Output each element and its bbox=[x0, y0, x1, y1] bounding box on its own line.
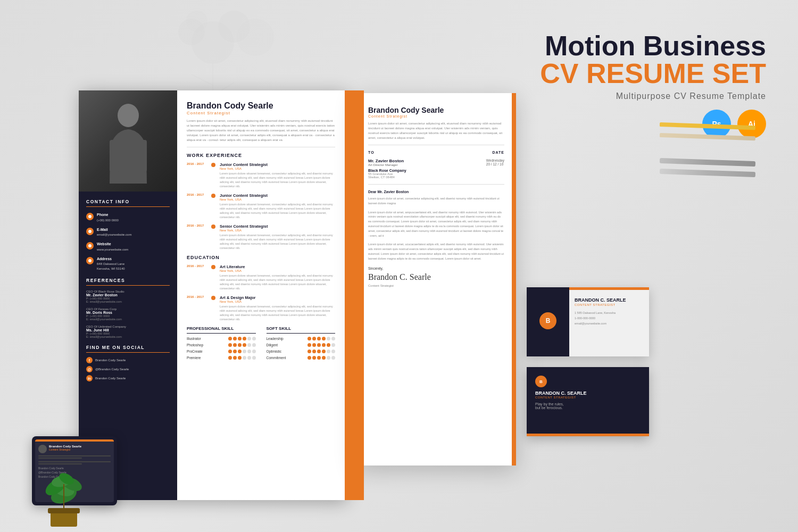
edu-dot-2 bbox=[211, 296, 215, 300]
professional-skills-col: PROFESSIONAL SKILL Illustrator bbox=[187, 326, 256, 362]
skill-procreate: ProCreate bbox=[187, 350, 256, 353]
cover-date-value: Wednesday20 / 12 / 10 bbox=[486, 159, 504, 179]
svg-point-8 bbox=[118, 104, 139, 127]
reference-2: CEO Of Fences Corp Mr. Doris Ross P: (+0… bbox=[86, 307, 170, 321]
resume-main-content: Brandon Cody Searle Content Strategist L… bbox=[177, 90, 345, 500]
facebook-icon: f bbox=[86, 357, 93, 363]
social-twitter: @ @Brandon Cody Searle bbox=[86, 366, 170, 372]
branding-title: Motion Business bbox=[540, 32, 766, 60]
skill-dots-leadership bbox=[307, 337, 335, 340]
biz-name-1-wrap: BRANDON C. SEARLE CONTENT STRATEGIST bbox=[575, 298, 644, 306]
cover-name: Brandon Cody Searle bbox=[368, 106, 504, 114]
skills-section: PROFESSIONAL SKILL Illustrator bbox=[187, 326, 335, 362]
exp-dot-2 bbox=[211, 194, 215, 198]
reference-3: CEO Of Unlimited Company Ms. June Hill P… bbox=[86, 325, 170, 338]
pencil-beige bbox=[660, 133, 755, 140]
cover-body-3: Lorem ipsum dolor sit amet, ucucacaerlat… bbox=[368, 242, 504, 261]
cover-intro: Lorem ipsum dolor sit amet, consectetur … bbox=[368, 121, 504, 145]
pro-skill-title: PROFESSIONAL SKILL bbox=[187, 326, 256, 334]
cover-to-section: TO bbox=[368, 151, 375, 154]
pen-silver-1 bbox=[660, 158, 755, 167]
branding-description: Multipurpose CV Resume Template bbox=[540, 92, 766, 101]
cover-sig-title: Content Strategist bbox=[368, 284, 504, 287]
biz-name-2: BRANDON C. SEARLE bbox=[535, 390, 641, 396]
contact-phone-text: Phone (+00) 000 0000 bbox=[97, 212, 119, 223]
cover-recipient-info: Mr. Zavier Boston Art Director Manager B… bbox=[368, 159, 406, 179]
cover-letter-card: Brandon Cody Searle Content Strategist L… bbox=[356, 93, 516, 466]
work-item-2: 2016 - 2017 Junior Content Strategist Ne… bbox=[187, 193, 335, 220]
cover-orange-accent bbox=[512, 93, 516, 466]
social-linkedin: in Brandon Cody Searle bbox=[86, 375, 170, 381]
contact-website-text: Website www.yourwebsite.com bbox=[97, 242, 128, 252]
phone-icon bbox=[86, 213, 94, 220]
social-facebook: f Brandon Cody Searle bbox=[86, 357, 170, 363]
address-icon bbox=[86, 257, 94, 264]
edu-dot-1 bbox=[211, 265, 215, 269]
contact-email: E-Mail email@yourwebsite.com bbox=[86, 227, 170, 238]
svg-rect-9 bbox=[110, 140, 120, 172]
biz-card-1-left: B bbox=[527, 287, 569, 356]
cover-to-date-row: TO DATE bbox=[368, 151, 504, 154]
skill-dots-procreate bbox=[228, 350, 256, 353]
biz-tagline-2: Play by the rules,but be ferocious. bbox=[535, 402, 641, 410]
skill-leadership: Leadership bbox=[267, 337, 336, 340]
skill-illustrator: Illustrator bbox=[187, 337, 256, 340]
person-silhouette bbox=[104, 98, 152, 184]
cover-dear: Dear Mr. Zavier Boston bbox=[368, 190, 504, 194]
cover-job-title: Content Strategist bbox=[368, 114, 504, 118]
biz-role-1: CONTENT STRATEGIST bbox=[575, 303, 644, 306]
skill-dots-illustrator bbox=[228, 337, 256, 340]
cover-address-date: Mr. Zavier Boston Art Director Manager B… bbox=[368, 159, 504, 179]
profile-photo bbox=[79, 90, 177, 192]
skill-commitment: Commitment bbox=[267, 356, 336, 360]
work-experience-title: WORK EXPERIENCE bbox=[187, 153, 335, 158]
svg-line-6 bbox=[192, 74, 213, 85]
biz-card-1-right: BRANDON C. SEARLE CONTENT STRATEGIST 1 5… bbox=[569, 287, 649, 356]
resume-card-wrapper: CONTACT INFO Phone (+00) 000 0000 E-Mail… bbox=[79, 90, 364, 500]
cover-body-2: Lorem ipsum dolor sit amet, ampuscaerlat… bbox=[368, 210, 504, 238]
edu-item-2: 2016 - 2017 Art & Design Major New York,… bbox=[187, 295, 335, 322]
email-icon bbox=[86, 228, 94, 235]
resume-job-title: Content Strategist bbox=[187, 111, 335, 115]
biz-orange-top-1 bbox=[569, 287, 649, 290]
biz-name-1: BRANDON C. SEARLE bbox=[575, 298, 644, 303]
biz-logo-2: B bbox=[535, 376, 547, 387]
biz-logo-1: B bbox=[539, 312, 556, 329]
linkedin-icon: in bbox=[86, 375, 93, 381]
cover-divider bbox=[368, 184, 504, 185]
biz-contact-1: 1 585 Oakwood Lane, Kenosha 1-000-000-00… bbox=[575, 311, 644, 327]
profile-photo-bg bbox=[79, 90, 177, 192]
branding-subtitle: CV RESUME SET bbox=[540, 60, 766, 87]
cover-body-1: Lorem ipsum dolor sit amet, consectetur … bbox=[368, 196, 504, 206]
edu-item-1: 2016 - 2017 Art Literature New York, USA… bbox=[187, 264, 335, 291]
cover-date-section: DATE bbox=[492, 151, 504, 154]
pencil-yellow bbox=[660, 122, 755, 130]
edu-content-1: Art Literature New York, USA Lorem ipsum… bbox=[220, 264, 335, 291]
skill-dots-optimistic bbox=[307, 350, 335, 353]
social-section-title: FIND ME ON SOCIAL bbox=[86, 345, 170, 353]
education-title: EDUCATION bbox=[187, 255, 335, 260]
skill-dots-photoshop bbox=[228, 343, 256, 347]
svg-rect-12 bbox=[48, 508, 80, 513]
resume-intro: Lorem ipsum dolor sit amet, consectetur … bbox=[187, 119, 335, 147]
skill-premiere: Premiere bbox=[187, 356, 256, 360]
skill-photoshop: Photoshop bbox=[187, 343, 256, 347]
plant-svg bbox=[32, 452, 96, 527]
svg-point-3 bbox=[237, 19, 274, 56]
soft-skill-title: SOFT SKILL bbox=[267, 326, 336, 334]
edu-content-2: Art & Design Major New York, USA Lorem i… bbox=[220, 295, 335, 322]
skill-dots-diligent bbox=[307, 343, 335, 347]
stationery-decoration bbox=[660, 106, 766, 255]
contact-website: Website www.yourwebsite.com bbox=[86, 242, 170, 252]
cover-signature: Brandon C. Searle bbox=[368, 272, 504, 282]
work-content-3: Senior Content Strategist New York, USA … bbox=[220, 224, 335, 251]
work-item-1: 2016 - 2017 Junior Content Strategist Ne… bbox=[187, 162, 335, 189]
reference-1: CEO Of Black Rose Studio Mr. Zavier Bost… bbox=[86, 290, 170, 303]
exp-dot-3 bbox=[211, 225, 215, 229]
references-section-title: REFERENCES bbox=[86, 278, 170, 286]
work-content-1: Junior Content Strategist New York, USA … bbox=[220, 162, 335, 189]
svg-point-4 bbox=[186, 11, 207, 32]
pen-silver-2 bbox=[660, 169, 755, 177]
business-card-1: B BRANDON C. SEARLE CONTENT STRATEGIST 1… bbox=[527, 287, 649, 356]
soft-skills-col: SOFT SKILL Leadership Dilig bbox=[267, 326, 336, 362]
